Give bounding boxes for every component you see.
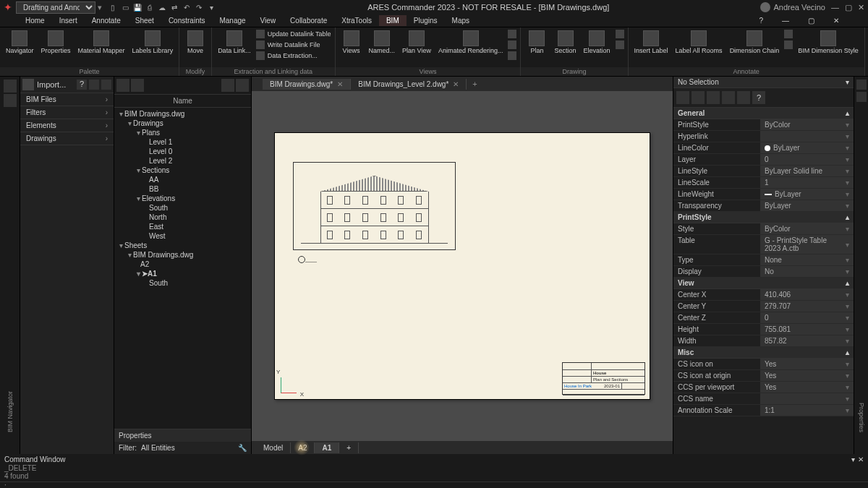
add-tab-button[interactable]: + [467, 80, 482, 88]
cmd-close-icon[interactable]: ✕ [858, 455, 864, 463]
viewport[interactable]: —— Y X House Plan and Sections House In … [252, 91, 673, 441]
layout-tab-a1[interactable]: A1 [315, 442, 339, 453]
prop-tool-4[interactable] [722, 91, 735, 104]
tree-bb[interactable]: BB [114, 184, 251, 194]
minimize-icon[interactable]: — [831, 3, 839, 12]
menu-max-icon[interactable]: ▢ [801, 15, 822, 26]
tree-sections[interactable]: ▾Sections [114, 166, 251, 175]
menu-sheet[interactable]: Sheet [128, 15, 161, 26]
prop-tool-1[interactable] [676, 91, 689, 104]
layout-add-tab[interactable]: + [339, 442, 359, 453]
viewport-frame[interactable] [293, 162, 456, 250]
prop-tool-3[interactable] [707, 91, 720, 104]
selection-dropdown-icon[interactable]: ▾ [846, 78, 849, 86]
menu-insert[interactable]: Insert [52, 15, 85, 26]
nav-help-icon[interactable]: ? [77, 80, 87, 90]
planview-button[interactable]: Plan View [399, 29, 434, 56]
prop-row[interactable]: CS icon onYes▾ [673, 359, 854, 370]
tab-close-icon[interactable]: ✕ [453, 80, 459, 88]
prop-row[interactable]: Center X410.406▾ [673, 289, 854, 301]
tree-sheets[interactable]: ▾Sheets [114, 241, 251, 250]
prop-section-view[interactable]: View▴ [673, 278, 854, 289]
write-datalink-button[interactable]: Write Datalink File [255, 40, 332, 50]
named-button[interactable]: Named... [366, 29, 399, 56]
menu-bim[interactable]: BIM [379, 15, 407, 26]
datalink-button[interactable]: Data Link... [215, 29, 254, 56]
tree-level1[interactable]: Level 1 [114, 137, 251, 147]
tree-west[interactable]: West [114, 231, 251, 241]
view-small-2[interactable] [507, 40, 517, 50]
tree-tool-3[interactable] [221, 79, 234, 92]
view-small-1[interactable] [507, 29, 517, 39]
tree-a1-south[interactable]: South [114, 278, 251, 288]
tree-south[interactable]: South [114, 203, 251, 213]
prop-row[interactable]: Hyperlink▾ [673, 131, 854, 142]
nav-drawings[interactable]: Drawings› [20, 132, 114, 145]
menu-manage[interactable]: Manage [212, 15, 252, 26]
prop-row[interactable]: Layer0▾ [673, 154, 854, 166]
qat-more-icon[interactable]: ▾ [206, 2, 216, 12]
prop-row[interactable]: TypeNone▾ [673, 254, 854, 266]
menu-close-icon[interactable]: ✕ [826, 15, 846, 26]
menu-plugins[interactable]: Plugins [407, 15, 445, 26]
tree-tool-1[interactable] [116, 79, 129, 92]
prop-section-misc[interactable]: Misc▴ [673, 347, 854, 359]
animated-rendering-button[interactable]: Animated Rendering... [435, 29, 506, 56]
prop-row[interactable]: Width857.82▾ [673, 335, 854, 347]
prop-row[interactable]: Center Y279.707▾ [673, 301, 854, 312]
material-mapper-button[interactable]: Material Mapper [75, 29, 128, 56]
prop-row[interactable]: Annotation Scale1:1▾ [673, 405, 854, 416]
tree-level0[interactable]: Level 0 [114, 147, 251, 156]
menu-constraints[interactable]: Constraints [161, 15, 213, 26]
menu-home[interactable]: Home [18, 15, 52, 26]
prop-row[interactable]: CCS name▾ [673, 393, 854, 405]
qat-new-icon[interactable]: ▯ [108, 2, 118, 12]
tab-close-icon[interactable]: ✕ [337, 80, 343, 88]
bim-dim-style-button[interactable]: BIM Dimension Style [795, 29, 861, 56]
filter-dropdown-icon[interactable]: 🔧 [238, 444, 247, 452]
filter-value[interactable]: All Entities [141, 444, 175, 452]
tree-north[interactable]: North [114, 213, 251, 222]
layout-tab-a2[interactable]: A2 [291, 442, 315, 453]
user-badge[interactable]: Andrea Vecino [760, 2, 825, 12]
prop-row[interactable]: CS icon at originYes▾ [673, 370, 854, 382]
menu-annotate[interactable]: Annotate [85, 15, 128, 26]
tree-plans[interactable]: ▾Plans [114, 128, 251, 137]
menu-collaborate[interactable]: Collaborate [283, 15, 334, 26]
menu-view[interactable]: View [253, 15, 284, 26]
right-rail-close-icon[interactable] [856, 80, 867, 90]
nav-settings-icon[interactable] [89, 80, 99, 90]
nav-filters[interactable]: Filters› [20, 106, 114, 119]
qat-undo-icon[interactable]: ↶ [182, 2, 192, 12]
annot-small-2[interactable] [783, 40, 793, 50]
tree-a1[interactable]: ▾➤ A1 [114, 269, 251, 278]
help-icon[interactable]: ? [752, 15, 770, 26]
prop-row[interactable]: StyleByColor▾ [673, 223, 854, 235]
tree-elevations[interactable]: ▾Elevations [114, 194, 251, 203]
prop-row[interactable]: TransparencyByLayer▾ [673, 200, 854, 212]
data-extraction-button[interactable]: Data Extraction... [255, 51, 332, 61]
label-all-rooms-button[interactable]: Label All Rooms [673, 29, 726, 56]
qat-cloud-icon[interactable]: ☁ [157, 2, 167, 12]
doc-tab-0[interactable]: BIM Drawings.dwg*✕ [263, 79, 351, 90]
tree-root[interactable]: ▾BIM Drawings.dwg [114, 109, 251, 119]
prop-row[interactable]: DisplayNo▾ [673, 266, 854, 278]
qat-redo-icon[interactable]: ↷ [194, 2, 204, 12]
cmd-min-icon[interactable]: ▾ [851, 455, 855, 463]
nav-more-icon[interactable] [101, 80, 111, 90]
prop-tool-2[interactable] [692, 91, 705, 104]
nav-elements[interactable]: Elements› [20, 119, 114, 132]
prop-tool-5[interactable] [737, 91, 750, 104]
qat-link-icon[interactable]: ⇄ [169, 2, 179, 12]
import-button[interactable]: Import... [37, 80, 66, 89]
menu-min-icon[interactable]: — [775, 15, 796, 26]
cmd-input[interactable]: : [0, 481, 868, 488]
tree-aa[interactable]: AA [114, 175, 251, 184]
prop-row[interactable]: LineStyleByLayer Solid line▾ [673, 166, 854, 177]
labels-library-button[interactable]: Labels Library [129, 29, 176, 56]
tree-sheets-file[interactable]: ▾BIM Drawings.dwg [114, 250, 251, 260]
prop-row[interactable]: Height755.081▾ [673, 324, 854, 335]
prop-tool-help[interactable]: ? [752, 91, 765, 104]
tree-tool-2[interactable] [131, 79, 144, 92]
selection-label[interactable]: No Selection [678, 78, 719, 86]
